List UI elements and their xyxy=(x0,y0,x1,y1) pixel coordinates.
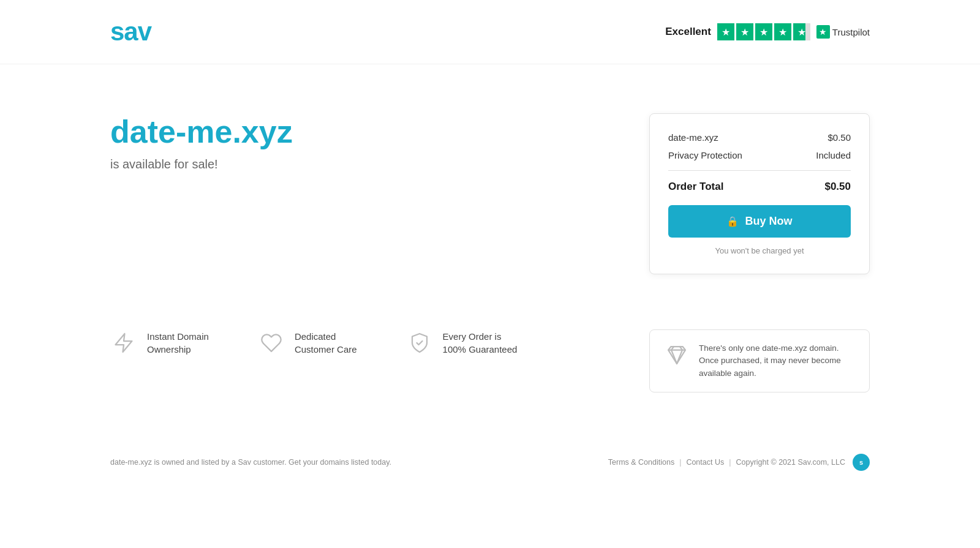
main-content: date-me.xyz is available for sale! date-… xyxy=(0,64,980,311)
feature-customer-care-line1: Dedicated xyxy=(295,331,336,342)
warning-card: There's only one date-me.xyz domain. Onc… xyxy=(649,329,870,392)
order-privacy-label: Privacy Protection xyxy=(668,150,742,160)
feature-instant-domain: Instant Domain Ownership xyxy=(110,329,209,356)
domain-name: date-me.xyz xyxy=(110,113,625,150)
trustpilot-stars: ★ ★ ★ ★ ★ xyxy=(717,23,810,40)
diamond-icon xyxy=(665,342,689,367)
heart-icon xyxy=(258,329,285,356)
trustpilot-logo-icon: ★ xyxy=(816,25,830,39)
feature-customer-care: Dedicated Customer Care xyxy=(258,329,357,356)
footer-links-section: Terms & Conditions | Contact Us | Copyri… xyxy=(608,454,870,471)
features-left: Instant Domain Ownership Dedicated Custo… xyxy=(110,329,649,356)
trustpilot-logo: ★ Trustpilot xyxy=(816,25,870,39)
trustpilot-name: Trustpilot xyxy=(832,27,870,37)
footer-sep-1: | xyxy=(679,458,681,467)
order-card: date-me.xyz $0.50 Privacy Protection Inc… xyxy=(649,113,870,274)
footer: date-me.xyz is owned and listed by a Sav… xyxy=(0,435,980,489)
order-divider xyxy=(668,170,851,171)
trustpilot-rating: Excellent xyxy=(665,26,711,38)
order-total-value: $0.50 xyxy=(824,181,851,193)
order-domain-label: date-me.xyz xyxy=(668,132,718,143)
star-1: ★ xyxy=(717,23,734,40)
footer-nav: Terms & Conditions | Contact Us | Copyri… xyxy=(608,458,845,467)
availability-text: is available for sale! xyxy=(110,157,625,171)
buy-now-button[interactable]: 🔒 Buy Now xyxy=(668,205,851,238)
no-charge-text: You won't be charged yet xyxy=(668,246,851,255)
trustpilot-badge: Excellent ★ ★ ★ ★ ★ ★ Trustpilot xyxy=(665,23,870,40)
shield-check-icon xyxy=(406,329,433,356)
order-domain-price: $0.50 xyxy=(827,132,851,143)
copyright-text: Copyright © 2021 Sav.com, LLC xyxy=(736,458,845,467)
lock-icon: 🔒 xyxy=(726,216,739,227)
star-2: ★ xyxy=(736,23,753,40)
order-domain-line: date-me.xyz $0.50 xyxy=(668,132,851,143)
logo[interactable]: sav xyxy=(110,17,151,47)
feature-guaranteed-line2: 100% Guaranteed xyxy=(443,344,518,355)
feature-guaranteed: Every Order is 100% Guaranteed xyxy=(406,329,518,356)
order-privacy-value: Included xyxy=(816,150,851,160)
feature-instant-domain-text: Instant Domain Ownership xyxy=(147,330,209,356)
terms-link[interactable]: Terms & Conditions xyxy=(608,458,674,467)
features-section: Instant Domain Ownership Dedicated Custo… xyxy=(0,311,980,411)
lightning-icon xyxy=(110,329,137,356)
header: sav Excellent ★ ★ ★ ★ ★ ★ Trustpilot xyxy=(0,0,980,64)
order-privacy-line: Privacy Protection Included xyxy=(668,150,851,160)
footer-disclaimer: date-me.xyz is owned and listed by a Sav… xyxy=(110,458,391,467)
star-4: ★ xyxy=(774,23,791,40)
footer-sav-logo: s xyxy=(853,454,870,471)
feature-customer-care-text: Dedicated Customer Care xyxy=(295,330,357,356)
feature-customer-care-line2: Customer Care xyxy=(295,344,357,355)
feature-guaranteed-text: Every Order is 100% Guaranteed xyxy=(443,330,518,356)
star-3: ★ xyxy=(755,23,772,40)
feature-instant-domain-line2: Ownership xyxy=(147,344,191,355)
feature-guaranteed-line1: Every Order is xyxy=(443,331,502,342)
buy-now-label: Buy Now xyxy=(745,215,792,228)
warning-message: There's only one date-me.xyz domain. Onc… xyxy=(699,342,854,380)
footer-sep-2: | xyxy=(729,458,731,467)
feature-instant-domain-line1: Instant Domain xyxy=(147,331,209,342)
order-total-label: Order Total xyxy=(668,181,723,193)
contact-link[interactable]: Contact Us xyxy=(686,458,724,467)
order-total-line: Order Total $0.50 xyxy=(668,181,851,193)
left-section: date-me.xyz is available for sale! xyxy=(110,113,625,171)
star-5: ★ xyxy=(793,23,810,40)
